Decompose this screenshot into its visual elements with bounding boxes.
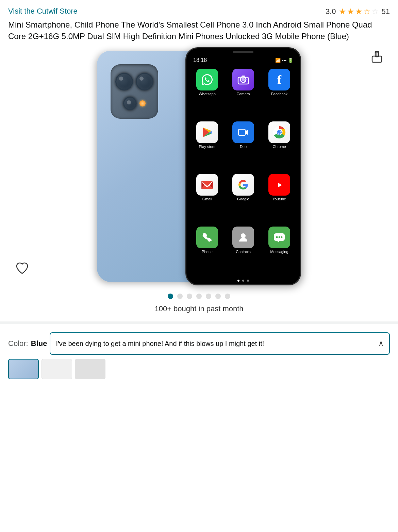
phone-app-label: Phone (202, 250, 213, 254)
rating-section: 3.0 ★ ★ ★ ☆ ☆ 51 (326, 7, 390, 16)
signal-icon: ▪▪▪ (282, 58, 286, 63)
carousel-dot-7[interactable] (225, 294, 230, 299)
phone-app-icon (196, 227, 218, 248)
google-icon (232, 174, 254, 196)
camera-icon (232, 69, 254, 90)
wishlist-button[interactable] (15, 261, 29, 279)
image-container: 18:18 📶 ▪▪▪ 🔋 (8, 47, 390, 285)
camera-bottom-row (123, 97, 146, 110)
whatsapp-icon (196, 69, 218, 90)
page-container: Visit the Cutwif Store 3.0 ★ ★ ★ ☆ ☆ 51 … (0, 0, 398, 392)
contacts-label: Contacts (236, 250, 250, 254)
swatch-other1[interactable] (42, 359, 72, 379)
swatch-other2[interactable] (75, 359, 105, 379)
app-chrome[interactable]: Chrome (264, 121, 295, 169)
app-google[interactable]: Google (228, 174, 259, 221)
color-label: Color: (8, 339, 28, 348)
youtube-label: Youtube (272, 197, 286, 201)
chrome-label: Chrome (272, 145, 286, 149)
camera-top-row (115, 73, 153, 90)
app-camera[interactable]: Camera (228, 69, 259, 116)
color-value: Blue (31, 339, 47, 348)
share-button[interactable] (371, 51, 383, 66)
star-4: ☆ (363, 7, 371, 16)
store-link[interactable]: Visit the Cutwif Store (8, 7, 78, 16)
stars: ★ ★ ★ ☆ ☆ (339, 7, 379, 16)
review-popup-text: I've been dying to get a mini phone! And… (56, 340, 264, 347)
app-facebook[interactable]: f Facebook (264, 69, 295, 116)
carousel-dot-6[interactable] (215, 294, 221, 299)
store-header: Visit the Cutwif Store 3.0 ★ ★ ★ ☆ ☆ 51 (8, 7, 390, 16)
status-bar: 18:18 📶 ▪▪▪ 🔋 (186, 53, 300, 65)
messaging-icon (268, 227, 290, 248)
status-icons: 📶 ▪▪▪ 🔋 (275, 58, 293, 63)
youtube-icon (268, 174, 290, 196)
camera-lens-main (115, 73, 133, 90)
review-count: 51 (382, 7, 390, 16)
swatches-row (8, 359, 390, 379)
svg-marker-10 (246, 130, 248, 135)
gmail-icon (196, 174, 218, 196)
star-1: ★ (339, 7, 346, 16)
svg-point-27 (279, 236, 280, 238)
carousel-dot-3[interactable] (187, 294, 192, 299)
messaging-label: Messaging (270, 250, 288, 254)
playstore-label: Play store (199, 145, 216, 149)
carousel-dot-4[interactable] (196, 294, 202, 299)
contacts-icon (232, 227, 254, 248)
chevron-up-icon: ∧ (378, 338, 384, 349)
camera-lens-secondary (136, 73, 153, 90)
svg-rect-11 (239, 130, 245, 135)
app-duo[interactable]: Duo (228, 121, 259, 169)
phone-screen: 18:18 📶 ▪▪▪ 🔋 (186, 48, 300, 284)
wifi-icon: 📶 (275, 58, 281, 63)
app-gmail[interactable]: Gmail (192, 174, 222, 221)
dot-1 (237, 280, 239, 282)
duo-label: Duo (240, 145, 247, 149)
camera-label: Camera (236, 92, 250, 96)
rating-number: 3.0 (326, 7, 336, 16)
battery-icon: 🔋 (288, 58, 293, 63)
chrome-icon (268, 121, 290, 143)
carousel-dot-5[interactable] (206, 294, 211, 299)
svg-point-26 (276, 236, 278, 238)
facebook-icon: f (268, 69, 290, 90)
color-section: Color: Blue I've been dying to get a min… (8, 324, 390, 385)
app-messaging[interactable]: Messaging (264, 227, 295, 274)
gmail-label: Gmail (202, 197, 212, 201)
playstore-icon (196, 121, 218, 143)
app-phone[interactable]: Phone (192, 227, 222, 274)
star-5: ☆ (371, 7, 379, 16)
svg-marker-29 (277, 241, 279, 243)
app-youtube[interactable]: Youtube (264, 174, 295, 221)
duo-icon (232, 121, 254, 143)
app-contacts[interactable]: Contacts (228, 227, 259, 274)
star-3: ★ (355, 7, 363, 16)
dot-3 (247, 280, 249, 282)
product-title: Mini Smartphone, Child Phone The World's… (8, 19, 390, 42)
swatch-blue[interactable] (8, 359, 39, 379)
svg-point-28 (281, 236, 283, 238)
purchase-info: 100+ bought in past month (8, 304, 390, 313)
app-playstore[interactable]: Play store (192, 121, 222, 169)
svg-point-24 (241, 233, 246, 238)
camera-lens-tertiary (123, 97, 137, 110)
whatsapp-label: Whatsapp (199, 92, 216, 96)
camera-module (111, 64, 158, 119)
phone-front: 18:18 📶 ▪▪▪ 🔋 (185, 47, 301, 285)
app-grid: Whatsapp (186, 65, 300, 277)
app-whatsapp[interactable]: Whatsapp (192, 69, 222, 116)
star-2: ★ (347, 7, 354, 16)
svg-point-3 (242, 78, 245, 81)
section-divider (0, 321, 398, 324)
svg-point-16 (278, 131, 281, 134)
clock: 18:18 (193, 57, 207, 63)
flash-dot (139, 100, 146, 106)
review-popup: I've been dying to get a mini phone! And… (50, 332, 390, 355)
dot-2 (242, 280, 244, 282)
carousel-dot-2[interactable] (177, 294, 183, 299)
carousel-dot-1[interactable] (168, 294, 173, 299)
google-label: Google (237, 197, 249, 201)
color-row: Color: Blue I've been dying to get a min… (8, 332, 390, 355)
carousel-dots (8, 294, 390, 299)
